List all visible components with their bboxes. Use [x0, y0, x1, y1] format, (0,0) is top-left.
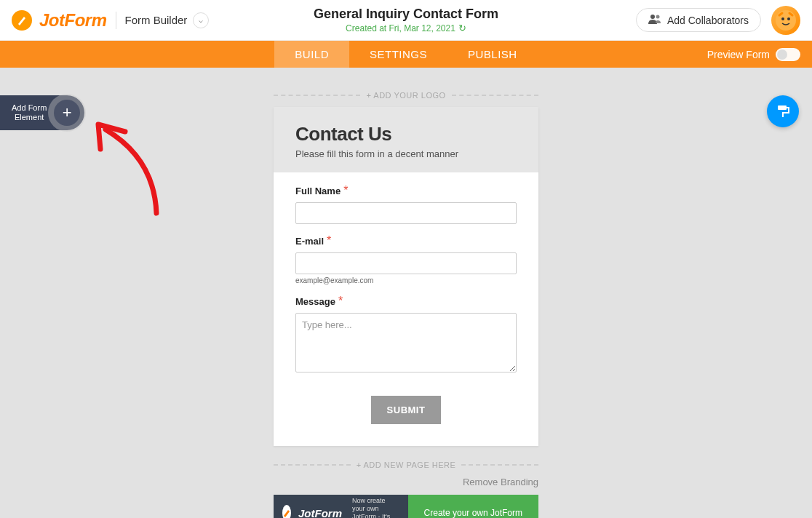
svg-point-1 [656, 15, 659, 19]
field-message[interactable]: Message* [295, 295, 517, 375]
design-button[interactable] [767, 95, 799, 127]
fullname-input[interactable] [295, 202, 517, 224]
required-star: * [327, 234, 331, 247]
fullname-label: Full Name [295, 186, 341, 196]
tab-publish[interactable]: PUBLISH [447, 41, 538, 68]
add-page-row[interactable]: + ADD NEW PAGE HERE [274, 461, 538, 469]
submit-wrap: SUBMIT [295, 396, 517, 424]
svg-point-2 [776, 10, 796, 31]
svg-point-0 [650, 15, 655, 19]
message-textarea[interactable] [295, 313, 517, 372]
email-input[interactable] [295, 252, 517, 274]
tab-settings[interactable]: SETTINGS [349, 41, 447, 68]
message-label: Message [295, 296, 335, 307]
form-builder-label: Form Builder [125, 14, 188, 26]
promo-message: Now create your own JotForm - It's free! [352, 497, 399, 518]
required-star: * [338, 295, 343, 307]
add-element-label: Add FormElement [12, 103, 47, 122]
add-logo-row[interactable]: + ADD YOUR LOGO [274, 91, 538, 100]
paint-roller-icon [775, 103, 791, 119]
tab-build[interactable]: BUILD [274, 41, 349, 68]
logo-area[interactable]: JotForm [12, 10, 107, 31]
remove-branding-link[interactable]: Remove Branding [274, 477, 538, 487]
email-helper: example@example.com [295, 276, 517, 284]
required-star: * [343, 184, 348, 196]
chevron-down-icon[interactable]: ⌵ [193, 12, 209, 28]
svg-point-3 [781, 17, 784, 20]
form-title[interactable]: General Inquiry Contact Form [314, 7, 498, 22]
header-right: Add Collaborators [636, 6, 800, 35]
form-header-block[interactable]: Contact Us Please fill this form in a de… [274, 107, 538, 172]
promo-left: JotForm Now create your own JotForm - It… [274, 495, 408, 518]
add-form-element-button[interactable]: Add FormElement + [0, 95, 84, 130]
preview-form-area: Preview Form [707, 41, 800, 68]
tabs: BUILD SETTINGS PUBLISH [274, 41, 537, 68]
collaborators-label: Add Collaborators [667, 15, 749, 26]
field-email[interactable]: E-mail* example@example.com [295, 234, 517, 284]
submit-button[interactable]: SUBMIT [371, 396, 442, 424]
builder-center: + ADD YOUR LOGO Contact Us Please fill t… [274, 68, 538, 518]
form-subheading: Please fill this form in a decent manner [295, 148, 517, 159]
preview-toggle[interactable] [776, 48, 800, 61]
promo-logo-icon [282, 505, 291, 518]
logo-text: JotForm [39, 10, 107, 31]
created-at-text: Created at Fri, Mar 12, 2021 [346, 23, 455, 33]
revert-icon[interactable]: ↻ [458, 23, 466, 33]
collaborators-icon [648, 14, 661, 26]
plus-icon: + [54, 100, 80, 126]
builder-canvas: Add FormElement + + ADD YOUR LOGO Contac… [0, 68, 812, 518]
svg-point-4 [787, 17, 790, 20]
header-center: General Inquiry Contact Form Created at … [314, 7, 498, 33]
email-label: E-mail [295, 236, 324, 247]
promo-cta-button[interactable]: Create your own JotForm [408, 495, 538, 518]
user-avatar[interactable] [771, 6, 800, 35]
tab-bar: BUILD SETTINGS PUBLISH Preview Form [0, 41, 812, 68]
svg-rect-5 [778, 105, 787, 110]
preview-form-label: Preview Form [707, 49, 770, 60]
field-fullname[interactable]: Full Name* [295, 184, 517, 224]
annotation-arrow [87, 119, 175, 220]
form-body: Full Name* E-mail* example@example.com M… [274, 172, 538, 446]
created-at: Created at Fri, Mar 12, 2021 ↻ [314, 23, 498, 33]
form-card: Contact Us Please fill this form in a de… [274, 107, 538, 446]
add-collaborators-button[interactable]: Add Collaborators [636, 8, 761, 32]
divider [116, 12, 116, 29]
add-page-label: + ADD NEW PAGE HERE [357, 461, 456, 469]
form-heading: Contact Us [295, 123, 517, 146]
jotform-logo-icon [12, 10, 32, 31]
add-logo-label: + ADD YOUR LOGO [366, 91, 445, 100]
app-header: JotForm Form Builder ⌵ General Inquiry C… [0, 0, 812, 41]
promo-logo-text: JotForm [298, 507, 342, 519]
promo-bar: JotForm Now create your own JotForm - It… [274, 495, 538, 518]
